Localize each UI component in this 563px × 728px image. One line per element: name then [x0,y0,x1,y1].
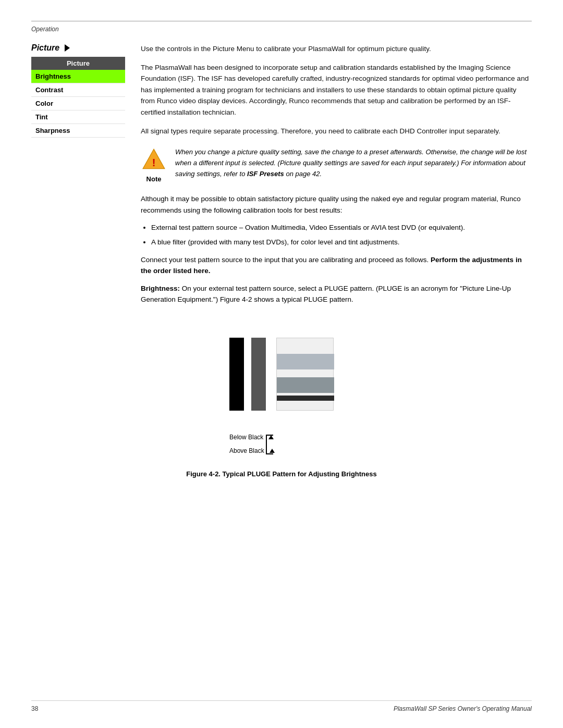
arrow-right-icon [65,44,70,52]
pluge-labels: Below Black Above Black [214,434,349,465]
signal-types-text: All signal types require separate proces… [141,126,532,137]
calibration-list: External test pattern source – Ovation M… [151,222,532,248]
below-black-label: Below Black [229,434,263,441]
note-label: Note [146,175,162,183]
above-black-label: Above Black [229,447,264,454]
pluge-diagram [214,327,349,431]
picture-sidebar: Picture Picture Brightness Contrast Colo… [31,43,125,312]
above-black-arrow-icon [270,449,275,453]
pluge-figure-area: Below Black Above Black Figure 4-2. Typi… [31,327,532,478]
page-footer: 38 PlasmaWall SP Series Owner's Operatin… [31,700,532,712]
note-text: When you change a picture quality settin… [175,147,532,179]
pluge-inner-band-1 [277,354,334,369]
arrow-up-icon [268,435,274,439]
content-area: Picture Picture Brightness Contrast Colo… [31,43,532,312]
sidebar-item-tint[interactable]: Tint [31,110,125,124]
sidebar-item-brightness[interactable]: Brightness [31,70,125,83]
intro-paragraph2: The PlasmaWall has been designed to inco… [141,62,532,118]
page-header: Operation [31,21,532,33]
bracket-top [266,435,273,436]
pluge-rect-area [276,338,334,411]
pluge-bar-black [229,338,244,411]
bullet-item-2: A blue filter (provided with many test D… [151,237,532,248]
sidebar-item-color[interactable]: Color [31,97,125,110]
sidebar-title: Picture [31,57,125,70]
pluge-inner-stripe [277,396,334,401]
svg-text:!: ! [152,157,156,168]
brightness-paragraph: Brightness: On your external test patter… [141,283,532,305]
brightness-bold: Brightness: [141,285,180,292]
page-number: 38 [31,705,38,712]
sidebar-item-contrast[interactable]: Contrast [31,83,125,97]
header-label: Operation [31,26,59,33]
pluge-bar-dark-gray [251,338,266,411]
note-icon-wrapper: ! Note [141,147,167,183]
picture-section-title: Picture [31,43,70,53]
pluge-inner-band-2 [277,377,334,393]
intro-paragraph1: Use the controls in the Picture Menu to … [141,43,532,55]
main-content: Use the controls in the Picture Menu to … [141,43,532,312]
connect-text: Connect your test pattern source to the … [141,254,532,277]
calibration-intro: Although it may be possible to obtain sa… [141,193,532,216]
warning-triangle-icon: ! [141,147,167,173]
note-box: ! Note When you change a picture quality… [141,147,532,183]
above-black-row: Above Black [229,447,275,454]
sidebar-item-sharpness[interactable]: Sharpness [31,124,125,138]
bullet-item-1: External test pattern source – Ovation M… [151,222,532,233]
footer-title: PlasmaWall SP Series Owner's Operating M… [394,705,532,712]
figure-caption: Figure 4-2. Typical PLUGE Pattern for Ad… [186,470,377,478]
